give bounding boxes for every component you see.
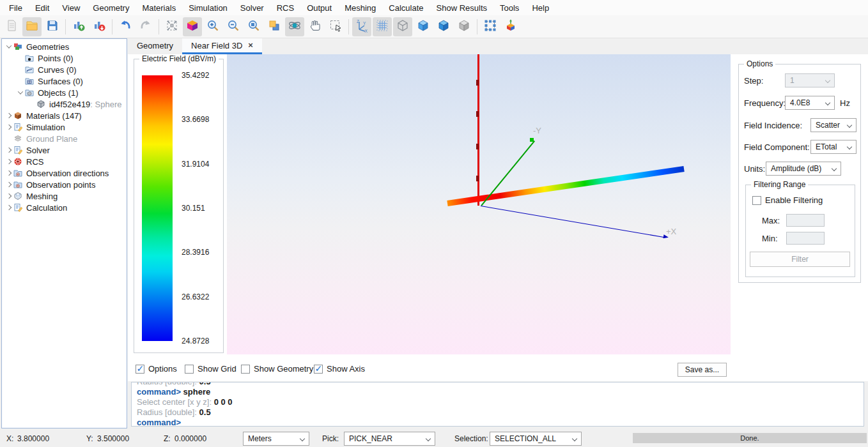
tree-expander[interactable] — [4, 45, 13, 49]
menu-show-results[interactable]: Show Results — [430, 1, 493, 15]
flat-view-button[interactable] — [454, 17, 474, 36]
new-file-button[interactable] — [2, 17, 21, 36]
folder-curve-icon — [25, 65, 35, 74]
tree-item-objects-1[interactable]: Objects (1) — [2, 87, 127, 98]
units-meters-dropdown[interactable]: Meters — [243, 432, 309, 446]
tree-item-calculation[interactable]: Calculation — [2, 202, 127, 213]
tree-expander[interactable] — [4, 171, 13, 175]
command-console[interactable]: Radius [double]: 0.5command> sphereSelec… — [131, 382, 864, 427]
import-button[interactable] — [69, 17, 88, 36]
tree-item-observation-directions[interactable]: Observation directions — [2, 167, 127, 179]
wireframe-view-button[interactable] — [393, 17, 412, 36]
tree-expander[interactable] — [4, 183, 13, 186]
checkbox-box[interactable] — [185, 365, 194, 374]
save-button[interactable] — [43, 17, 62, 36]
menu-simulation[interactable]: Simulation — [182, 1, 234, 15]
tree-expander[interactable] — [4, 148, 13, 152]
shaded-view-button[interactable] — [414, 17, 433, 36]
tree-item-id4f52e419[interactable]: id4f52e419 : Sphere — [2, 98, 127, 110]
checkbox-show-grid[interactable]: Show Grid — [185, 364, 236, 374]
status-bar: X: 3.800000 Y: 3.500000 Z: 0.000000 Mete… — [0, 429, 868, 447]
redo-button[interactable] — [136, 17, 155, 36]
menu-bar: FileEditViewGeometryMaterialsSimulationS… — [0, 0, 868, 15]
render-prism-button[interactable] — [183, 17, 202, 36]
menu-output[interactable]: Output — [300, 1, 338, 15]
tree-expander[interactable] — [4, 206, 13, 209]
tree-item-solver[interactable]: Solver — [2, 144, 127, 156]
axis-cube-button[interactable] — [501, 17, 520, 36]
menu-materials[interactable]: Materials — [136, 1, 182, 15]
tree-expander[interactable] — [4, 160, 13, 163]
tab-near-field-3d[interactable]: Near Field 3D× — [182, 38, 262, 54]
select-area-button[interactable] — [326, 17, 345, 36]
chevron-right-icon — [6, 113, 12, 118]
tree-item-observation-points[interactable]: Observation points — [2, 179, 127, 190]
doc-pencil-icon — [13, 203, 23, 212]
toolbar-separator — [348, 19, 349, 34]
tree-item-points-0[interactable]: Points (0) — [2, 52, 127, 64]
zoom-in-button[interactable] — [203, 17, 222, 36]
menu-meshing[interactable]: Meshing — [338, 1, 382, 15]
tree-item-surfaces-0[interactable]: Surfaces (0) — [2, 75, 127, 87]
grid-view-button[interactable] — [373, 17, 392, 36]
zoom-window-button[interactable] — [244, 17, 263, 36]
min-label: Min: — [762, 234, 778, 243]
menu-tools[interactable]: Tools — [493, 1, 525, 15]
selection-box-button[interactable] — [481, 17, 500, 36]
fit-view-button[interactable] — [162, 17, 182, 36]
checkbox-show-axis[interactable]: Show Axis — [314, 364, 365, 374]
tree-expander[interactable] — [4, 114, 13, 117]
select-area-icon — [329, 19, 343, 35]
menu-view[interactable]: View — [56, 1, 86, 15]
console-line[interactable]: command> — [137, 418, 864, 427]
units-dropdown[interactable]: Amplitude (dB) — [766, 162, 841, 176]
checkbox-box[interactable] — [241, 365, 250, 374]
checkbox-box[interactable] — [752, 196, 761, 205]
field-component-dropdown[interactable]: ETotal — [810, 140, 856, 154]
tree-item-simulation[interactable]: Simulation — [2, 121, 127, 133]
zoom-out-button[interactable] — [224, 17, 243, 36]
layers-button[interactable] — [265, 17, 284, 36]
viewport-3d[interactable]: -Y +X — [227, 54, 731, 354]
tree-expander[interactable] — [4, 125, 13, 129]
tree-item-rcs[interactable]: RCS — [2, 156, 127, 167]
checkbox-show-geometry[interactable]: Show Geometry — [241, 364, 313, 374]
axes-view-button[interactable]: ZYX — [352, 17, 371, 36]
close-icon[interactable]: × — [248, 42, 253, 49]
frequency-dropdown[interactable]: 4.0E8 — [785, 96, 835, 110]
tree-expander[interactable] — [16, 91, 25, 95]
menu-geometry[interactable]: Geometry — [86, 1, 136, 15]
solid-view-button[interactable] — [434, 17, 453, 36]
pan-button[interactable] — [306, 17, 325, 36]
checkbox-box[interactable] — [136, 365, 144, 374]
tab-label: Near Field 3D — [191, 41, 242, 50]
checkbox-options[interactable]: Options — [136, 364, 177, 374]
selection-dropdown[interactable]: SELECTION_ALL — [490, 432, 582, 446]
undo-button[interactable] — [116, 17, 135, 36]
y-axis-label: -Y — [533, 126, 541, 135]
field-incidence-dropdown[interactable]: Scatter — [810, 118, 856, 132]
tree-item-geometries[interactable]: Geometries — [2, 41, 127, 52]
tab-geometry[interactable]: Geometry — [128, 38, 182, 54]
open-folder-button[interactable] — [22, 17, 42, 36]
menu-file[interactable]: File — [3, 1, 29, 15]
menu-solver[interactable]: Solver — [234, 1, 270, 15]
menu-help[interactable]: Help — [525, 1, 555, 15]
menu-calculate[interactable]: Calculate — [382, 1, 430, 15]
tree-expander[interactable] — [4, 194, 13, 198]
save-as-button[interactable]: Save as... — [678, 363, 727, 377]
tree-item-label: Meshing — [26, 192, 58, 201]
undo-icon — [118, 19, 132, 35]
console-value: 0 0 0 — [214, 397, 233, 407]
tree-item-materials-147[interactable]: Materials (147) — [2, 110, 127, 121]
tree-item-meshing[interactable]: Meshing — [2, 190, 127, 202]
menu-edit[interactable]: Edit — [29, 1, 56, 15]
menu-rcs[interactable]: RCS — [270, 1, 300, 15]
tree-item-ground-plane[interactable]: Ground Plane — [2, 133, 127, 144]
tree-item-curves-0[interactable]: Curves (0) — [2, 64, 127, 75]
export-button[interactable] — [89, 17, 109, 36]
pick-dropdown[interactable]: PICK_NEAR — [344, 432, 435, 446]
orbit-button[interactable] — [285, 17, 304, 36]
enable-filtering-checkbox[interactable]: Enable Filtering — [752, 195, 823, 205]
checkbox-box[interactable] — [314, 365, 323, 374]
